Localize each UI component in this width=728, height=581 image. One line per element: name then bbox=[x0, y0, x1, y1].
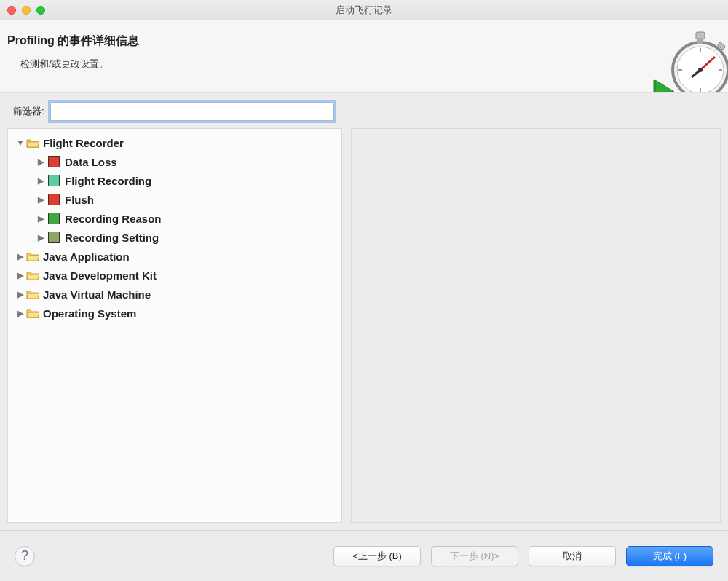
tree-folder-flight-recorder: ▼ Flight Recorder ▶ Data Loss ▶ Flight R… bbox=[11, 133, 339, 247]
tree-folder-label: Java Virtual Machine bbox=[43, 288, 151, 301]
tree-item-label: Recording Setting bbox=[65, 232, 159, 244]
help-button[interactable]: ? bbox=[15, 546, 35, 566]
page-title: Profiling 的事件详细信息 bbox=[7, 33, 728, 49]
tree-item-label: Flight Recording bbox=[65, 175, 151, 187]
minimize-window-icon[interactable] bbox=[22, 6, 31, 15]
category-color-icon bbox=[48, 175, 60, 186]
chevron-right-icon[interactable]: ▶ bbox=[36, 175, 46, 186]
cancel-button[interactable]: 取消 bbox=[529, 546, 616, 566]
tree-item-data-loss[interactable]: ▶ Data Loss bbox=[31, 152, 339, 171]
wizard-header: Profiling 的事件详细信息 检测和/或更改设置。 bbox=[0, 20, 728, 93]
window-title: 启动飞行记录 bbox=[0, 4, 728, 17]
tree-item-label: Recording Reason bbox=[65, 213, 162, 225]
tree-item-flight-recording[interactable]: ▶ Flight Recording bbox=[31, 171, 339, 190]
wizard-footer: ? <上一步 (B) 下一步 (N)> 取消 完成 (F) bbox=[0, 530, 728, 581]
chevron-down-icon[interactable]: ▼ bbox=[15, 138, 25, 148]
close-window-icon[interactable] bbox=[7, 6, 16, 15]
filter-input[interactable] bbox=[50, 102, 334, 121]
filter-label: 筛选器: bbox=[13, 105, 44, 118]
finish-button[interactable]: 完成 (F) bbox=[626, 546, 713, 566]
tree-item-label: Flush bbox=[65, 194, 94, 206]
tree-item-flush[interactable]: ▶ Flush bbox=[31, 190, 339, 209]
svg-marker-13 bbox=[655, 80, 674, 92]
chevron-right-icon[interactable]: ▶ bbox=[36, 157, 46, 167]
tree-item-label: Data Loss bbox=[65, 156, 117, 168]
folder-icon bbox=[26, 270, 39, 280]
folder-icon bbox=[26, 308, 39, 318]
tree-item-recording-setting[interactable]: ▶ Recording Setting bbox=[31, 228, 339, 247]
tree-item-recording-reason[interactable]: ▶ Recording Reason bbox=[31, 209, 339, 228]
tree-folder-java-development-kit: ▶ Java Development Kit bbox=[11, 266, 339, 285]
folder-icon bbox=[26, 251, 39, 261]
tree-folder-java-virtual-machine: ▶ Java Virtual Machine bbox=[11, 285, 339, 304]
chevron-right-icon[interactable]: ▶ bbox=[15, 308, 25, 318]
tree-folder-label: Java Development Kit bbox=[43, 269, 157, 282]
tree-folder-label: Flight Recorder bbox=[43, 137, 124, 149]
window-titlebar: 启动飞行记录 bbox=[0, 0, 728, 20]
stopwatch-icon bbox=[648, 28, 728, 92]
chevron-right-icon[interactable]: ▶ bbox=[36, 213, 46, 224]
chevron-right-icon[interactable]: ▶ bbox=[15, 251, 25, 261]
chevron-right-icon[interactable]: ▶ bbox=[15, 270, 25, 280]
tree-folder-operating-system: ▶ Operating System bbox=[11, 304, 339, 323]
event-detail-panel bbox=[351, 128, 721, 523]
folder-icon bbox=[26, 289, 39, 299]
category-color-icon bbox=[48, 156, 60, 167]
next-button: 下一步 (N)> bbox=[431, 546, 518, 566]
category-color-icon bbox=[48, 232, 60, 243]
chevron-right-icon[interactable]: ▶ bbox=[36, 232, 46, 242]
event-tree-panel[interactable]: ▼ Flight Recorder ▶ Data Loss ▶ Flight R… bbox=[7, 128, 342, 523]
category-color-icon bbox=[48, 213, 60, 224]
svg-rect-3 bbox=[697, 38, 703, 44]
back-button[interactable]: <上一步 (B) bbox=[333, 546, 421, 566]
page-subtitle: 检测和/或更改设置。 bbox=[20, 58, 728, 71]
svg-point-11 bbox=[698, 68, 703, 72]
tree-folder-label: Operating System bbox=[43, 307, 136, 320]
maximize-window-icon[interactable] bbox=[36, 6, 45, 15]
chevron-right-icon[interactable]: ▶ bbox=[36, 194, 46, 205]
chevron-right-icon[interactable]: ▶ bbox=[15, 289, 25, 299]
filter-row: 筛选器: bbox=[0, 93, 728, 128]
folder-open-icon bbox=[26, 138, 39, 148]
tree-folder-label: Java Application bbox=[43, 250, 130, 263]
category-color-icon bbox=[48, 194, 60, 205]
tree-folder-java-application: ▶ Java Application bbox=[11, 247, 339, 266]
